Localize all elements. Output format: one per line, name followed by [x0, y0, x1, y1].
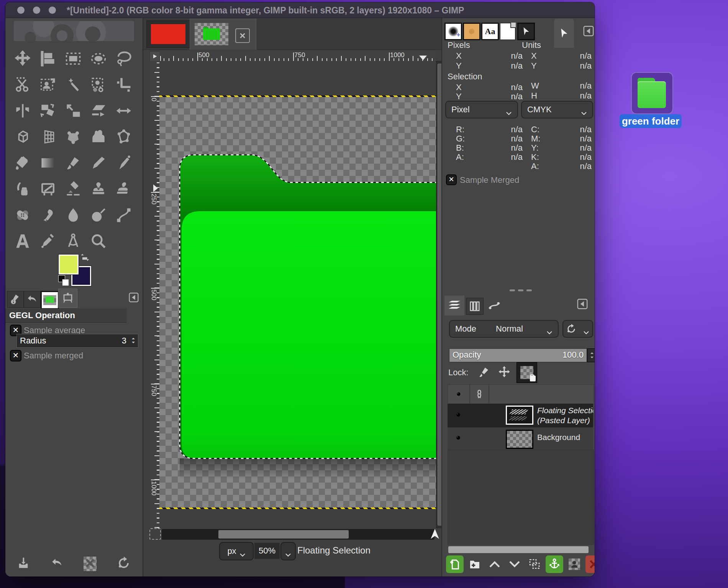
layer-mask-button[interactable]	[566, 555, 583, 573]
desktop-folder-icon-body[interactable]	[638, 81, 666, 108]
tab-brushes[interactable]: +	[444, 23, 462, 40]
lower-layer-button[interactable]	[506, 555, 523, 573]
layer-list-empty[interactable]	[448, 450, 594, 545]
default-colors-icon-white[interactable]	[62, 279, 69, 286]
dock-drag-handle[interactable]	[510, 289, 533, 292]
restore-tool-preset-icon[interactable]	[51, 557, 64, 571]
new-layer-button[interactable]	[446, 555, 464, 573]
image-tab-green-folder[interactable]	[190, 19, 256, 50]
quick-mask-button[interactable]	[149, 528, 161, 540]
navigation-button[interactable]	[430, 528, 440, 541]
tab-mypaint-easel[interactable]	[58, 289, 77, 308]
delete-tool-preset-icon[interactable]	[84, 557, 97, 571]
tool-unified-transform[interactable]	[37, 100, 59, 122]
tool-perspective-clone[interactable]	[113, 178, 134, 200]
tab-patterns[interactable]	[463, 23, 480, 40]
duplicate-layer-button[interactable]	[526, 555, 543, 573]
tool-ink[interactable]	[12, 178, 33, 200]
unit-dropdown[interactable]: px	[219, 542, 254, 560]
tab-fonts[interactable]: Aa	[481, 23, 499, 40]
opacity-slider[interactable]: Opacity 100.0	[449, 348, 587, 362]
zoom-value-field[interactable]: 50%	[254, 543, 280, 559]
tool-heal[interactable]	[12, 204, 33, 226]
wilber-header[interactable]	[14, 21, 134, 41]
radius-spinner[interactable]: ⏶⏷	[130, 337, 137, 344]
sample-merged-checkbox[interactable]: ✕	[10, 350, 21, 361]
layer-row-background[interactable]: Background	[448, 427, 593, 450]
layers-collapse-icon[interactable]	[577, 299, 588, 309]
horizontal-scrollbar[interactable]	[162, 529, 435, 540]
tool-paintbrush[interactable]	[62, 152, 84, 174]
tool-crop[interactable]	[113, 74, 134, 95]
eye-icon[interactable]	[451, 410, 465, 421]
tool-free-select[interactable]	[113, 48, 134, 69]
horizontal-ruler[interactable]: 500 750 1000	[159, 51, 436, 61]
zoom-dropdown-button[interactable]	[280, 542, 296, 560]
eye-icon[interactable]	[451, 433, 465, 444]
horizontal-scrollbar-thumb[interactable]	[218, 530, 349, 539]
layer-thumbnail-background[interactable]	[506, 430, 533, 449]
visibility-column-icon[interactable]	[448, 385, 470, 403]
vertical-ruler[interactable]: 0 250 500 750 1000	[149, 61, 160, 528]
tool-perspective-grid[interactable]	[37, 126, 59, 148]
lock-alpha-icon[interactable]	[516, 362, 537, 383]
desktop-icon-label[interactable]: green folder	[620, 114, 682, 128]
titlebar[interactable]: *[Untitled]-2.0 (RGB color 8-bit gamma i…	[5, 2, 595, 18]
anchor-layer-button[interactable]	[546, 555, 563, 573]
tool-select-by-color[interactable]	[88, 74, 109, 95]
tool-mypaint-brush[interactable]	[37, 178, 59, 200]
tool-cage[interactable]	[113, 126, 134, 148]
tool-measure[interactable]	[62, 230, 84, 252]
tool-pencil[interactable]	[88, 152, 109, 174]
tool-scale[interactable]	[62, 100, 84, 122]
tool-smudge[interactable]	[37, 204, 59, 226]
tool-scissors[interactable]	[12, 74, 33, 95]
close-image-icon[interactable]	[235, 28, 250, 43]
toolbox-collapse-icon[interactable]	[129, 292, 139, 302]
tool-transform-3d[interactable]	[12, 126, 33, 148]
tool-blur-sharpen[interactable]	[62, 204, 84, 226]
tool-paths[interactable]	[113, 204, 134, 226]
tool-move[interactable]	[12, 48, 33, 69]
tab-layers[interactable]	[444, 296, 464, 315]
new-layer-group-button[interactable]	[466, 555, 484, 573]
cmyk-format-dropdown[interactable]: CMYK	[521, 101, 593, 118]
tab-undo-history[interactable]	[24, 291, 41, 308]
dock-collapse-icon[interactable]	[583, 26, 594, 36]
swap-colors-icon[interactable]	[80, 254, 92, 264]
tool-flip[interactable]	[12, 100, 33, 122]
tool-handle-transform[interactable]	[62, 126, 84, 148]
tool-rect-select[interactable]	[62, 48, 84, 69]
tool-bucket-fill[interactable]	[12, 152, 33, 174]
tool-perspective[interactable]	[113, 100, 134, 122]
save-tool-preset-icon[interactable]	[17, 557, 30, 571]
tab-tool-options[interactable]	[7, 291, 24, 308]
mode-group-reset-button[interactable]	[562, 320, 593, 338]
tool-fuzzy-select[interactable]	[62, 74, 84, 95]
delete-layer-button[interactable]	[585, 555, 595, 573]
pixel-format-dropdown[interactable]: Pixel	[445, 101, 518, 118]
foreground-color-swatch[interactable]	[59, 255, 79, 274]
tool-eraser[interactable]	[62, 178, 84, 200]
tab-selection-editor[interactable]	[536, 23, 552, 39]
tool-clone[interactable]	[88, 178, 109, 200]
image-tab-red[interactable]	[146, 20, 190, 48]
tool-zoom[interactable]	[88, 230, 109, 252]
lock-position-icon[interactable]	[496, 364, 513, 381]
tool-align[interactable]	[37, 48, 59, 69]
tool-foreground-select[interactable]	[37, 74, 59, 95]
layers-hscrollbar[interactable]	[448, 546, 589, 553]
lock-pixels-icon[interactable]	[475, 364, 492, 381]
radius-value[interactable]: 3	[122, 336, 126, 346]
minimize-window-button[interactable]	[33, 7, 40, 14]
opacity-spinner[interactable]: ⏶⏷	[587, 348, 595, 362]
tab-paths[interactable]	[484, 298, 504, 314]
tool-shear[interactable]	[88, 100, 109, 122]
canvas-viewport[interactable]	[159, 61, 436, 528]
tool-color-picker[interactable]	[37, 230, 59, 252]
ruler-origin-button[interactable]	[149, 51, 160, 62]
link-column-icon[interactable]	[470, 385, 489, 403]
raise-layer-button[interactable]	[486, 555, 503, 573]
radius-slider[interactable]: Radius 3 ⏶⏷	[16, 334, 138, 348]
close-window-button[interactable]	[17, 7, 25, 14]
